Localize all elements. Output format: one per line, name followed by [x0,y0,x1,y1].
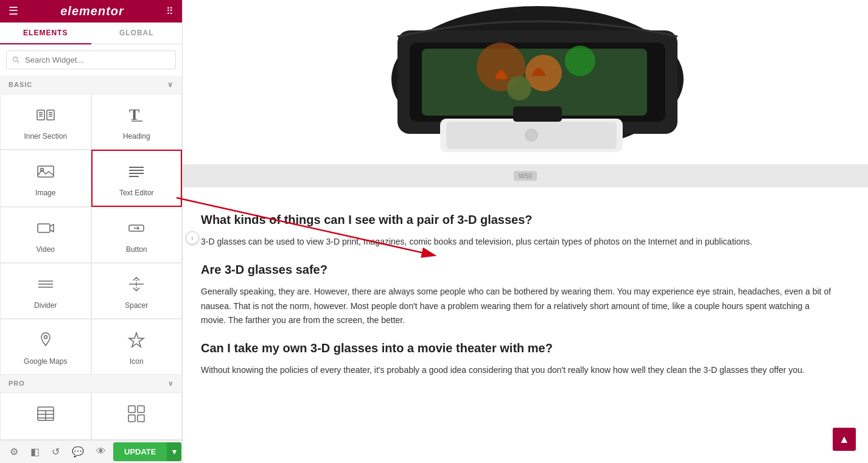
button-label: Button [126,245,147,254]
panel-header: ☰ elementor ⠿ [0,0,182,23]
settings-icon[interactable]: ⚙ [5,442,23,461]
image-icon [36,162,55,184]
svg-rect-10 [38,166,54,177]
svg-rect-1 [47,110,54,120]
icon-label: Icon [130,357,144,366]
widget-heading[interactable]: T Heading [91,94,183,150]
widget-pro-1[interactable] [0,392,91,440]
widget-spacer[interactable]: Spacer [91,263,183,319]
widget-inner-section[interactable]: Inner Section [0,94,91,150]
svg-point-40 [565,46,595,76]
search-container [0,44,182,75]
google-maps-icon [36,330,55,352]
history-icon[interactable]: ↺ [47,442,65,461]
spacer-icon [127,274,146,296]
widget-google-maps[interactable]: Google Maps [0,319,91,375]
svg-point-41 [507,76,531,100]
vr-image-area [183,0,868,164]
svg-rect-0 [37,110,44,120]
tab-global[interactable]: GLOBAL [91,23,183,43]
scroll-to-top-button[interactable]: ▲ [833,428,856,451]
divider-label: Divider [34,301,57,310]
update-button[interactable]: UPDATE [113,442,167,461]
panel-footer: ⚙ ◧ ↺ 💬 👁 UPDATE ▾ [0,440,182,463]
pro-grid-icon [127,404,146,426]
search-input[interactable] [6,50,176,69]
tab-elements[interactable]: ELEMENTS [0,23,91,44]
article-paragraph-1: 3-D glasses can be used to view 3-D prin… [201,235,834,249]
svg-rect-30 [128,406,135,413]
grid-icon[interactable]: ⠿ [166,5,173,17]
svg-rect-16 [38,224,50,232]
logo: elementor [60,4,124,18]
hamburger-icon[interactable]: ☰ [9,4,18,18]
video-icon [36,218,55,240]
image-label: Image [35,189,55,197]
article-content: What kinds of things can I see with a pa… [183,187,852,406]
svg-rect-33 [138,415,144,422]
divider-icon [36,274,55,296]
left-panel: ☰ elementor ⠿ ELEMENTS GLOBAL BASIC ∨ [0,0,183,463]
inner-section-label: Inner Section [24,132,67,141]
google-maps-label: Google Maps [24,357,67,366]
content-area: W50 What kinds of things can I see with … [183,0,868,463]
widget-divider[interactable]: Divider [0,263,91,319]
svg-point-45 [525,129,537,141]
text-editor-icon [127,162,146,184]
widget-pro-2[interactable] [91,392,183,440]
basic-section-label: BASIC ∨ [0,75,182,94]
article-paragraph-2: Generally speaking, they are. However, t… [201,285,834,328]
article-heading-3: Can I take my own 3-D glasses into a mov… [201,340,834,356]
right-panel: W50 What kinds of things can I see with … [183,0,868,463]
article-heading-2: Are 3-D glasses safe? [201,262,834,277]
widget-text-editor[interactable]: Text Editor [91,150,183,207]
update-button-group: UPDATE ▾ [113,442,181,461]
video-label: Video [37,245,55,254]
pro-chevron-icon[interactable]: ∨ [168,380,173,388]
vr-device-illustration [312,0,738,158]
widget-grid: Inner Section T Heading Image [0,94,182,375]
update-dropdown-button[interactable]: ▾ [167,442,181,461]
button-icon [127,218,146,240]
section-id-badge: W50 [514,171,537,181]
svg-rect-32 [128,415,135,422]
gray-bar: W50 [183,164,868,187]
widget-video[interactable]: Video [0,207,91,263]
comments-icon[interactable]: 💬 [67,442,89,461]
inner-section-icon [36,105,55,127]
eye-icon[interactable]: 👁 [91,442,111,461]
collapse-panel-button[interactable]: ‹ [186,231,199,245]
panel-tabs: ELEMENTS GLOBAL [0,23,182,44]
text-editor-label: Text Editor [119,189,154,197]
widget-icon[interactable]: Icon [91,319,183,375]
layers-icon[interactable]: ◧ [26,442,44,461]
widget-button[interactable]: Button [91,207,183,263]
article-paragraph-3: Without knowing the policies of every th… [201,363,834,378]
pro-widget-grid [0,392,182,440]
heading-icon: T [127,105,146,127]
pro-section-label: PRO ∨ [0,375,182,392]
svg-point-24 [44,335,47,338]
svg-rect-44 [513,106,562,122]
svg-rect-31 [138,406,144,413]
widget-image[interactable]: Image [0,150,91,207]
spacer-label: Spacer [125,301,148,310]
basic-chevron-icon[interactable]: ∨ [167,80,173,89]
pro-list-icon [36,404,55,426]
heading-label: Heading [123,132,150,141]
icon-icon [127,330,146,352]
article-heading-1: What kinds of things can I see with a pa… [201,212,834,228]
